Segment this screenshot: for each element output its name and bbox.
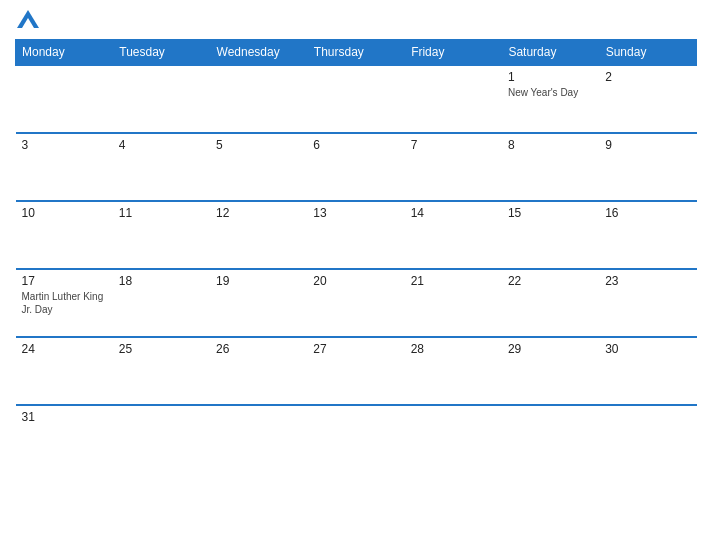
calendar-cell: 23: [599, 269, 696, 337]
logo-icon: [17, 10, 39, 28]
day-number: 17: [22, 274, 107, 288]
calendar-cell: 8: [502, 133, 599, 201]
calendar-cell: 2: [599, 65, 696, 133]
calendar-cell: 7: [405, 133, 502, 201]
day-number: 24: [22, 342, 107, 356]
day-number: 18: [119, 274, 204, 288]
weekday-thursday: Thursday: [307, 40, 404, 66]
day-number: 21: [411, 274, 496, 288]
calendar-cell: [307, 405, 404, 473]
calendar-cell: 30: [599, 337, 696, 405]
week-row-2: 3456789: [16, 133, 697, 201]
weekday-sunday: Sunday: [599, 40, 696, 66]
calendar-cell: 17Martin Luther King Jr. Day: [16, 269, 113, 337]
day-number: 16: [605, 206, 690, 220]
day-number: 30: [605, 342, 690, 356]
calendar-cell: 9: [599, 133, 696, 201]
day-number: 22: [508, 274, 593, 288]
day-number: 13: [313, 206, 398, 220]
day-number: 27: [313, 342, 398, 356]
weekday-wednesday: Wednesday: [210, 40, 307, 66]
calendar-cell: [113, 405, 210, 473]
day-number: 7: [411, 138, 496, 152]
calendar-cell: 20: [307, 269, 404, 337]
day-number: 8: [508, 138, 593, 152]
weekday-saturday: Saturday: [502, 40, 599, 66]
calendar-cell: 29: [502, 337, 599, 405]
day-number: 26: [216, 342, 301, 356]
day-number: 23: [605, 274, 690, 288]
calendar-container: MondayTuesdayWednesdayThursdayFridaySatu…: [0, 0, 712, 550]
day-number: 9: [605, 138, 690, 152]
calendar-cell: [113, 65, 210, 133]
calendar-cell: 15: [502, 201, 599, 269]
calendar-cell: [405, 65, 502, 133]
week-row-3: 10111213141516: [16, 201, 697, 269]
calendar-cell: 25: [113, 337, 210, 405]
calendar-cell: 22: [502, 269, 599, 337]
weekday-header-row: MondayTuesdayWednesdayThursdayFridaySatu…: [16, 40, 697, 66]
day-number: 5: [216, 138, 301, 152]
day-number: 11: [119, 206, 204, 220]
day-number: 20: [313, 274, 398, 288]
calendar-cell: [405, 405, 502, 473]
day-number: 31: [22, 410, 107, 424]
calendar-cell: 18: [113, 269, 210, 337]
week-row-6: 31: [16, 405, 697, 473]
day-number: 25: [119, 342, 204, 356]
day-number: 6: [313, 138, 398, 152]
day-number: 10: [22, 206, 107, 220]
calendar-cell: 28: [405, 337, 502, 405]
day-number: 1: [508, 70, 593, 84]
day-number: 29: [508, 342, 593, 356]
day-number: 15: [508, 206, 593, 220]
logo: [15, 10, 39, 31]
calendar-cell: [307, 65, 404, 133]
day-number: 19: [216, 274, 301, 288]
weekday-friday: Friday: [405, 40, 502, 66]
day-number: 2: [605, 70, 690, 84]
calendar-cell: 24: [16, 337, 113, 405]
calendar-cell: [599, 405, 696, 473]
day-number: 4: [119, 138, 204, 152]
calendar-cell: 6: [307, 133, 404, 201]
holiday-label: Martin Luther King Jr. Day: [22, 290, 107, 316]
calendar-cell: [210, 405, 307, 473]
holiday-label: New Year's Day: [508, 86, 593, 99]
calendar-cell: [16, 65, 113, 133]
day-number: 12: [216, 206, 301, 220]
calendar-cell: 13: [307, 201, 404, 269]
calendar-cell: 11: [113, 201, 210, 269]
calendar-cell: 4: [113, 133, 210, 201]
calendar-cell: 31: [16, 405, 113, 473]
day-number: 28: [411, 342, 496, 356]
calendar-cell: 16: [599, 201, 696, 269]
calendar-cell: 14: [405, 201, 502, 269]
calendar-cell: 26: [210, 337, 307, 405]
weekday-tuesday: Tuesday: [113, 40, 210, 66]
day-number: 3: [22, 138, 107, 152]
calendar-cell: 1New Year's Day: [502, 65, 599, 133]
calendar-table: MondayTuesdayWednesdayThursdayFridaySatu…: [15, 39, 697, 473]
week-row-5: 24252627282930: [16, 337, 697, 405]
calendar-header: [15, 10, 697, 31]
calendar-cell: 27: [307, 337, 404, 405]
calendar-cell: 5: [210, 133, 307, 201]
week-row-4: 17Martin Luther King Jr. Day181920212223: [16, 269, 697, 337]
week-row-1: 1New Year's Day2: [16, 65, 697, 133]
calendar-cell: 10: [16, 201, 113, 269]
calendar-cell: [210, 65, 307, 133]
calendar-cell: 12: [210, 201, 307, 269]
calendar-cell: 21: [405, 269, 502, 337]
calendar-cell: 19: [210, 269, 307, 337]
weekday-monday: Monday: [16, 40, 113, 66]
calendar-cell: [502, 405, 599, 473]
calendar-cell: 3: [16, 133, 113, 201]
day-number: 14: [411, 206, 496, 220]
